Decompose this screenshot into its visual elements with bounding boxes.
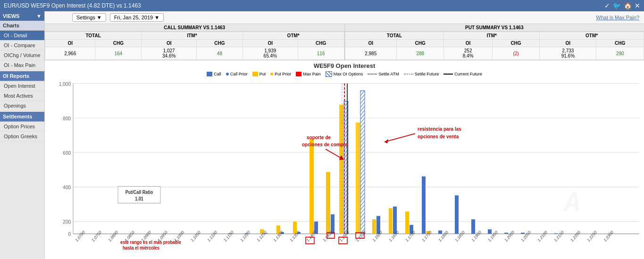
svg-text:1.2050: 1.2050: [520, 230, 532, 243]
put-prior-legend-label: Put Prior: [275, 72, 291, 76]
title-bar: EUR/USD WE5F9 Open Interest (4.82 DTE) v…: [0, 0, 644, 11]
call-total-header: TOTAL: [45, 32, 142, 40]
call-summary-table: TOTAL ITM* OTM* OI CHG OI CHG OI CHG 2,9…: [45, 32, 344, 60]
svg-text:1.0700: 1.0700: [75, 230, 86, 243]
svg-text:A: A: [563, 186, 581, 217]
max-oi-legend-label: Max OI Options: [334, 72, 363, 76]
current-future-legend-label: Current Future: [454, 72, 482, 76]
close-icon[interactable]: ✕: [635, 2, 640, 9]
svg-text:1.01: 1.01: [135, 196, 143, 201]
svg-text:800: 800: [63, 115, 71, 121]
svg-text:1.1100: 1.1100: [207, 230, 218, 243]
legend-max-pain: Max Pain: [296, 71, 321, 77]
svg-rect-33: [356, 122, 360, 234]
date-label: Fri, Jan 25, 2019: [114, 15, 153, 20]
sidebar-item-open-interest[interactable]: Open Interest: [0, 81, 44, 91]
call-total-oi: 2,966: [45, 47, 95, 60]
legend-settle-future: Settle Future: [404, 71, 439, 77]
svg-text:200: 200: [63, 219, 71, 225]
sidebar: VIEWS ▼ Charts OI - Detail OI - Compare …: [0, 11, 45, 259]
svg-rect-48: [488, 229, 492, 234]
svg-rect-39: [389, 208, 393, 234]
svg-text:Put/Call Ratio: Put/Call Ratio: [125, 189, 153, 195]
call-otm-chg-header: CHG: [298, 40, 344, 47]
what-is-maxpain-link[interactable]: What is Max Pain?: [596, 15, 639, 20]
call-itm-chg: 48: [197, 47, 243, 60]
svg-text:opciones de venta: opciones de venta: [418, 133, 459, 139]
sidebar-item-oi-compare[interactable]: OI - Compare: [0, 41, 44, 50]
chart-title: WE5F9 Open Interest: [45, 60, 644, 70]
svg-text:1.2000: 1.2000: [504, 230, 515, 243]
svg-text:600: 600: [63, 150, 71, 156]
svg-rect-50: [521, 233, 525, 234]
svg-text:hasta el miércoles: hasta el miércoles: [123, 245, 159, 251]
put-otm-header: OTM*: [540, 32, 644, 40]
put-otm-chg: 290: [596, 47, 644, 60]
call-summary-title: CALL SUMMARY VS 1.1463: [45, 24, 344, 32]
call-itm-chg-header: CHG: [197, 40, 243, 47]
put-prior-dot: [270, 73, 273, 75]
svg-text:este rango es el más probable: este rango es el más probable: [120, 239, 181, 245]
toolbar-left: Settings ▼ Fri, Jan 25, 2019 ▼: [50, 13, 164, 22]
call-legend-label: Call: [214, 72, 221, 76]
svg-rect-27: [339, 105, 343, 234]
current-future-line: [443, 74, 453, 75]
toolbar: Settings ▼ Fri, Jan 25, 2019 ▼ What is M…: [45, 11, 644, 24]
settle-future-legend-label: Settle Future: [415, 72, 439, 76]
sidebar-item-option-greeks[interactable]: Option Greeks: [0, 132, 44, 142]
charts-section-label: Charts: [0, 21, 44, 31]
put-total-chg: 288: [396, 47, 443, 60]
settings-chevron: ▼: [97, 15, 102, 20]
check-icon[interactable]: ✓: [604, 2, 610, 9]
title-icons: ✓ 🐦 🏠 ✕: [604, 2, 640, 9]
put-swatch: [252, 72, 258, 76]
legend-put-prior: Put Prior: [270, 71, 291, 77]
date-button[interactable]: Fri, Jan 25, 2019 ▼: [110, 13, 164, 22]
call-prior-dot: [226, 73, 229, 75]
summary-section: CALL SUMMARY VS 1.1463 TOTAL ITM* OTM* O…: [45, 24, 644, 60]
sidebar-item-openings[interactable]: Openings: [0, 101, 44, 111]
svg-text:1.2100: 1.2100: [537, 230, 548, 243]
call-otm-oi-header: OI: [243, 40, 298, 47]
views-header: VIEWS ▼: [0, 11, 44, 21]
svg-line-95: [385, 134, 415, 142]
svg-rect-41: [405, 211, 409, 234]
views-label: VIEWS: [3, 13, 19, 19]
twitter-icon[interactable]: 🐦: [613, 2, 621, 9]
put-summary-title: PUT SUMMARY VS 1.1463: [345, 24, 644, 32]
settings-button[interactable]: Settings ▼: [72, 13, 106, 22]
put-itm-oi-header: OI: [444, 40, 492, 47]
svg-text:1.1150: 1.1150: [223, 230, 234, 243]
chart-svg: 1,000 800 600 400 200 0: [45, 78, 644, 251]
legend-max-oi: Max OI Options: [326, 71, 363, 77]
put-otm-oi: 2,733 91.6%: [540, 47, 596, 60]
put-total-oi-header: OI: [345, 40, 396, 47]
call-otm-oi: 1,939 65.4%: [243, 47, 298, 60]
settle-atm-line: [368, 74, 377, 75]
put-total-chg-header: CHG: [396, 40, 443, 47]
svg-text:1.2300: 1.2300: [603, 230, 614, 243]
views-arrow[interactable]: ▼: [36, 13, 42, 19]
legend-current-future: Current Future: [443, 71, 482, 77]
home-icon[interactable]: 🏠: [624, 2, 632, 9]
svg-text:soporte de: soporte de: [307, 134, 331, 140]
sidebar-item-oi-maxpain[interactable]: OI - Max Pain: [0, 60, 44, 70]
max-pain-legend-label: Max Pain: [303, 72, 321, 76]
call-otm-header: OTM*: [243, 32, 344, 40]
max-pain-swatch: [296, 72, 301, 76]
svg-rect-45: [438, 230, 442, 234]
sidebar-item-oichg-volume[interactable]: OIChg / Volume: [0, 50, 44, 60]
svg-text:1.1200: 1.1200: [240, 230, 251, 243]
svg-rect-51: [554, 233, 558, 234]
sidebar-item-oi-detail[interactable]: OI - Detail: [0, 31, 44, 41]
svg-text:1.2200: 1.2200: [570, 230, 581, 243]
call-otm-chg: 116: [298, 47, 344, 60]
chart-svg-wrap: 1,000 800 600 400 200 0: [45, 78, 644, 251]
sidebar-item-option-prices[interactable]: Option Prices: [0, 122, 44, 132]
svg-text:1.0800: 1.0800: [108, 230, 119, 243]
sidebar-item-most-actives[interactable]: Most Actives: [0, 91, 44, 101]
call-itm-header: ITM*: [142, 32, 243, 40]
svg-text:1.2150: 1.2150: [553, 230, 565, 243]
date-chevron: ▼: [154, 15, 159, 20]
call-total-chg-header: CHG: [95, 40, 142, 47]
